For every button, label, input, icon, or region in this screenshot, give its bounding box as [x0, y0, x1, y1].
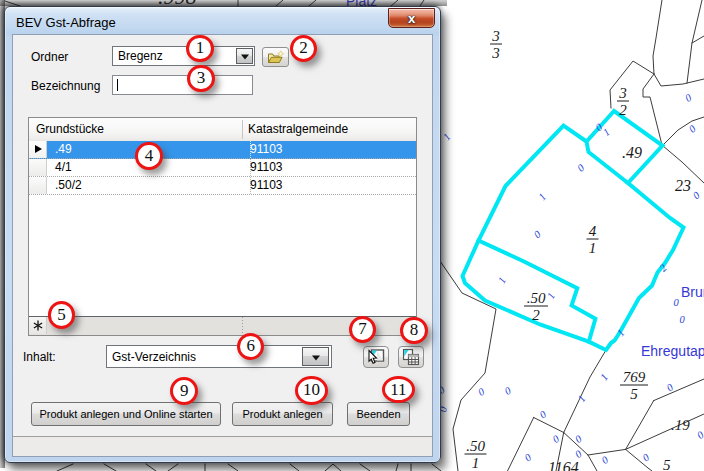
screenshot-stage: 333241.5027695.501.4923.1911645.998Brunn… [0, 0, 704, 471]
cell-katastralgemeinde[interactable]: 91103 [250, 159, 416, 176]
grid-header-separator [242, 120, 243, 139]
copy-to-table-icon [403, 349, 420, 366]
ordner-combobox-dropdown-button[interactable] [236, 48, 253, 64]
ordner-label: Ordner [31, 50, 68, 64]
beenden-button[interactable]: Beenden [347, 402, 410, 426]
parcel-number-numerator: 3 [618, 85, 627, 101]
cell-katastralgemeinde[interactable]: 91103 [250, 141, 416, 158]
parcel-number-label: 5 [663, 457, 671, 471]
grid-header[interactable]: Grundstücke Katastralgemeinde [29, 118, 416, 142]
parcel-number-label: 1164 [548, 459, 579, 471]
bezeichnung-input[interactable] [112, 75, 253, 95]
produkt-anlegen-online-button[interactable]: Produkt anlegen und Online starten [31, 402, 221, 426]
callout-5: 5 [48, 301, 75, 328]
inhalt-combobox-value: Gst-Verzeichnis [112, 350, 196, 364]
grid-rows: .49911034/191103.50/291103 [29, 141, 416, 195]
parcel-number-denominator: 1 [589, 240, 597, 256]
dialog-titlebar[interactable]: BEV Gst-Abfrage x [5, 7, 440, 34]
boundary-point-mark: 0 [679, 314, 685, 325]
grid-header-grundstuecke[interactable]: Grundstücke [36, 122, 104, 136]
parcel-number-label: 23 [675, 177, 691, 194]
parcel-number-numerator: .50 [527, 290, 546, 306]
parcel-number-denominator: 1 [472, 455, 480, 471]
street-name-label: Ehregutaplatz [641, 343, 704, 359]
select-parcels-on-map-button[interactable] [363, 346, 389, 368]
ordner-combobox-value: Bregenz [118, 49, 163, 63]
parcel-number-numerator: 3 [491, 28, 500, 44]
cell-katastralgemeinde[interactable]: 91103 [250, 177, 416, 194]
dialog-title: BEV Gst-Abfrage [16, 15, 116, 30]
bezeichnung-label: Bezeichnung [31, 79, 100, 93]
close-icon: x [408, 11, 415, 26]
parcel-number-label: .19 [671, 417, 690, 433]
street-name-label: Brunn [681, 284, 704, 300]
dialog-bev-gst-abfrage: BEV Gst-Abfrage x Ordner Bregenz Bez [4, 6, 441, 463]
callout-3: 3 [187, 65, 214, 92]
inhalt-label: Inhalt: [23, 350, 56, 364]
new-row-asterisk-icon [33, 320, 43, 331]
grid-row-header[interactable] [29, 159, 47, 176]
text-caret [117, 79, 118, 91]
callout-2: 2 [290, 35, 317, 62]
chevron-down-icon [241, 54, 249, 59]
current-row-arrow-icon [35, 145, 42, 153]
close-button[interactable]: x [388, 8, 435, 28]
callout-7: 7 [349, 316, 376, 343]
parcel-number-label: .49 [622, 144, 642, 161]
parcel-number-numerator: 4 [589, 223, 597, 239]
grid-row-header[interactable] [29, 177, 47, 194]
produkt-anlegen-button[interactable]: Produkt anlegen [232, 402, 333, 426]
callout-8: 8 [400, 317, 428, 345]
parcel-number-numerator: 769 [623, 369, 646, 385]
grid-row-.49[interactable]: .4991103 [29, 141, 416, 159]
callout-10: 10 [295, 376, 328, 405]
dialog-client-area: Ordner Bregenz Bezeichnung [12, 34, 433, 457]
grid-row-header[interactable] [29, 141, 47, 158]
parcel-number-denominator: 2 [619, 102, 627, 118]
parcel-number-denominator: 2 [532, 307, 540, 323]
grid-header-katastralgemeinde[interactable]: Katastralgemeinde [248, 122, 348, 136]
inhalt-combobox[interactable]: Gst-Verzeichnis [106, 345, 332, 368]
callout-4: 4 [135, 142, 162, 169]
grid-row-.50/2[interactable]: .50/291103 [29, 177, 416, 195]
cell-grundstueck[interactable]: .50/2 [47, 177, 251, 194]
inhalt-combobox-dropdown-button[interactable] [302, 347, 329, 366]
grid-row-4/1[interactable]: 4/191103 [29, 159, 416, 177]
callout-9: 9 [170, 377, 198, 405]
dialog-footer-strip [13, 436, 432, 456]
grid-new-row-header [29, 317, 47, 334]
grid-new-row-separator [242, 317, 243, 335]
select-parcels-on-map-icon [367, 349, 385, 366]
ordner-combobox[interactable]: Bregenz [112, 46, 255, 66]
parcel-number-numerator: .50 [466, 438, 485, 454]
boundary-point-mark: 0 [673, 297, 679, 308]
chevron-down-icon [312, 355, 320, 360]
copy-to-table-button[interactable] [398, 346, 424, 368]
parcel-grid[interactable]: Grundstücke Katastralgemeinde .49911034/… [28, 117, 417, 336]
parcel-number-denominator: 3 [491, 45, 500, 61]
callout-1: 1 [186, 35, 213, 62]
open-folder-button[interactable] [262, 47, 289, 67]
parcel-number-denominator: 5 [630, 386, 638, 402]
open-folder-icon [267, 51, 284, 64]
